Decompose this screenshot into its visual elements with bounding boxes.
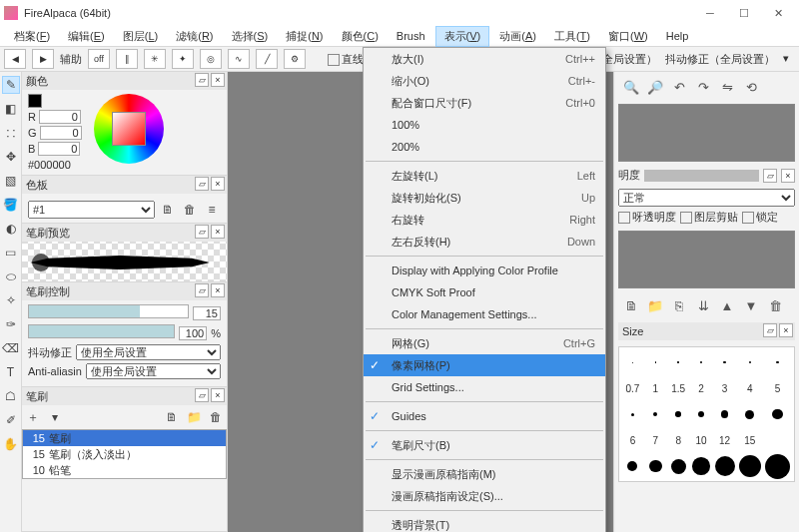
merge-icon[interactable]: ⇊	[694, 296, 712, 314]
new-page-icon[interactable]: 🗎	[159, 201, 177, 219]
size-dot[interactable]	[765, 455, 790, 477]
more-icon[interactable]: ≡	[203, 201, 221, 219]
down-icon[interactable]: ▼	[742, 296, 760, 314]
menu-item[interactable]: Color Management Settings...	[364, 303, 605, 325]
size-dot[interactable]	[715, 455, 735, 477]
panel-close-icon[interactable]: ×	[211, 73, 225, 87]
up-icon[interactable]: ▲	[718, 296, 736, 314]
menu-2[interactable]: 图层(L)	[115, 27, 166, 46]
panel-close-icon[interactable]: ×	[781, 169, 795, 183]
size-dot[interactable]	[669, 351, 688, 373]
size-dot[interactable]	[669, 403, 688, 425]
panel-float-icon[interactable]: ▱	[195, 73, 209, 87]
menu-10[interactable]: 工具(T)	[546, 27, 598, 46]
lock-check[interactable]: 锁定	[742, 210, 778, 225]
grid-parallel-icon[interactable]: ∥	[116, 49, 138, 69]
menu-item[interactable]: ✓笔刷尺寸(B)	[364, 434, 605, 456]
eraser-tool-icon[interactable]: ◧	[2, 100, 20, 118]
menu-item[interactable]: 100%	[364, 114, 605, 136]
panel-close-icon[interactable]: ×	[779, 323, 793, 337]
select-pen-icon[interactable]: ✑	[2, 315, 20, 333]
panel-float-icon[interactable]: ▱	[195, 388, 209, 402]
antishake-select[interactable]: 使用全局设置	[76, 344, 221, 360]
menu-0[interactable]: 档案(F)	[6, 27, 58, 46]
grid-cross-icon[interactable]: ✳	[144, 49, 166, 69]
brush-list[interactable]: 15笔刷15笔刷（淡入淡出）10铅笔	[22, 429, 227, 479]
size-dot[interactable]	[646, 351, 665, 373]
forward-button[interactable]: ▶	[32, 49, 54, 69]
size-input[interactable]	[193, 306, 221, 320]
navigator-preview[interactable]	[618, 104, 795, 162]
select-rect-icon[interactable]: ▭	[2, 244, 20, 262]
antishake-chevron-icon[interactable]: ▾	[783, 52, 789, 67]
menu-11[interactable]: 窗口(W)	[600, 27, 656, 46]
size-slider[interactable]	[28, 304, 189, 318]
size-dot[interactable]	[739, 455, 762, 477]
menu-item[interactable]: ✓Guides	[364, 405, 605, 427]
size-dot[interactable]	[623, 455, 642, 477]
aa-select[interactable]: 使用全局设置	[86, 363, 221, 379]
opacity-slider[interactable]	[28, 324, 175, 338]
rotate-right-icon[interactable]: ↷	[694, 78, 712, 96]
brush-row[interactable]: 15笔刷（淡入淡出）	[23, 446, 226, 462]
shape-tool-icon[interactable]: ☖	[2, 387, 20, 405]
back-button[interactable]: ◀	[4, 49, 26, 69]
bucket-tool-icon[interactable]: 🪣	[2, 196, 20, 214]
g-input[interactable]	[40, 126, 82, 140]
dot-tool-icon[interactable]: ⸬	[2, 124, 20, 142]
menu-item[interactable]: 缩小(O)Ctrl+-	[364, 70, 605, 92]
menu-4[interactable]: 选择(S)	[224, 27, 277, 46]
minimize-button[interactable]: ─	[693, 3, 727, 23]
layer-thumbnail[interactable]	[618, 231, 795, 288]
protect-alpha-check[interactable]: 呀透明度	[618, 210, 676, 225]
menu-9[interactable]: 动画(A)	[491, 27, 544, 46]
zoom-out-icon[interactable]: 🔎	[646, 78, 664, 96]
reset-view-icon[interactable]: ⟲	[742, 78, 760, 96]
trash-icon[interactable]: 🗑	[766, 296, 784, 314]
menu-8[interactable]: 表示(V)	[435, 26, 490, 47]
panel-float-icon[interactable]: ▱	[763, 323, 777, 337]
new-layer-icon[interactable]: 🗎	[622, 296, 640, 314]
menu-item[interactable]: 左旋转(L)Left	[364, 165, 605, 187]
lasso-tool-icon[interactable]: ⬭	[2, 267, 20, 285]
menu-item[interactable]: 放大(I)Ctrl++	[364, 48, 605, 70]
panel-close-icon[interactable]: ×	[211, 283, 225, 297]
maximize-button[interactable]: ☐	[727, 3, 761, 23]
panel-float-icon[interactable]: ▱	[195, 225, 209, 239]
panel-float-icon[interactable]: ▱	[763, 169, 777, 183]
fgbg-icon[interactable]	[28, 94, 42, 108]
opacity-input[interactable]	[179, 326, 207, 340]
size-dot[interactable]	[623, 351, 642, 373]
size-dot[interactable]	[692, 351, 711, 373]
menu-6[interactable]: 颜色(C)	[334, 27, 387, 46]
size-dot[interactable]	[765, 351, 790, 373]
menu-item[interactable]: 左右反转(H)Down	[364, 231, 605, 253]
size-dot[interactable]	[739, 403, 762, 425]
select-erase-icon[interactable]: ⌫	[2, 339, 20, 357]
clip-layer-check[interactable]: 图层剪贴	[680, 210, 738, 225]
size-dot[interactable]	[715, 351, 735, 373]
size-dot[interactable]	[715, 403, 735, 425]
brush-size-grid[interactable]: 0.711.52345678101215	[618, 346, 795, 482]
fill-tool-icon[interactable]: ▧	[2, 172, 20, 190]
ruler-icon[interactable]: ╱	[256, 49, 278, 69]
menu-5[interactable]: 捕捉(N)	[278, 27, 331, 46]
eyedropper-icon[interactable]: ✐	[2, 411, 20, 429]
move-tool-icon[interactable]: ✥	[2, 148, 20, 166]
add-brush-icon[interactable]: ＋	[24, 408, 42, 426]
panel-close-icon[interactable]: ×	[211, 177, 225, 191]
size-dot[interactable]	[669, 455, 688, 477]
size-dot[interactable]	[692, 403, 711, 425]
panel-float-icon[interactable]: ▱	[195, 177, 209, 191]
brush-tool-icon[interactable]: ✎	[2, 76, 20, 94]
menu-12[interactable]: Help	[658, 28, 697, 44]
hand-tool-icon[interactable]: ✋	[2, 435, 20, 453]
folder-icon[interactable]: 📁	[185, 408, 203, 426]
magic-wand-icon[interactable]: ✧	[2, 291, 20, 309]
brush-row[interactable]: 10铅笔	[23, 462, 226, 478]
menu-item[interactable]: ✓像素网格(P)	[364, 354, 605, 376]
close-button[interactable]: ✕	[761, 3, 795, 23]
menu-7[interactable]: Brush	[389, 28, 433, 44]
assist-off-button[interactable]: off	[88, 49, 110, 69]
rotate-left-icon[interactable]: ↶	[670, 78, 688, 96]
